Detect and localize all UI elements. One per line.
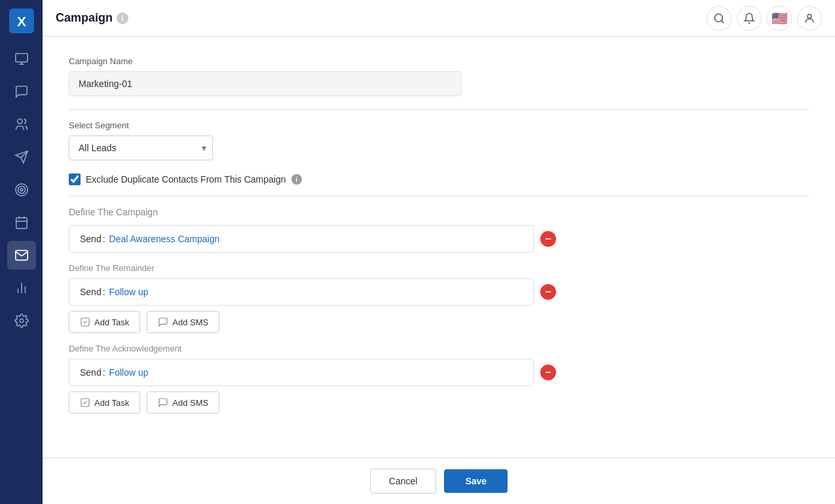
sidebar-item-marketing[interactable] — [7, 143, 36, 171]
page-title-area: Campaign i — [56, 11, 700, 25]
sidebar-item-settings[interactable] — [7, 306, 36, 335]
campaign-name-section: Campaign Name — [69, 56, 809, 96]
segment-select[interactable]: All Leads New Leads Hot Leads Cold Leads — [69, 135, 213, 160]
main-area: Campaign i 🇺🇸 Campaign Name — [43, 0, 835, 504]
remainder-link[interactable]: Follow up — [109, 287, 149, 297]
segment-select-wrapper: All Leads New Leads Hot Leads Cold Leads… — [69, 135, 213, 160]
exclude-info-icon[interactable]: i — [291, 174, 302, 185]
add-task-button-1[interactable]: Add Task — [69, 311, 140, 333]
svg-text:X: X — [17, 14, 26, 29]
remove-acknowledgement-button[interactable]: − — [540, 365, 556, 380]
campaign-name-input[interactable] — [69, 71, 462, 96]
divider-1 — [69, 109, 809, 110]
remainder-add-buttons: Add Task Add SMS — [69, 311, 809, 333]
remainder-send-row: Send : Follow up — [69, 278, 534, 306]
language-button[interactable]: 🇺🇸 — [767, 6, 792, 31]
topbar-actions: 🇺🇸 — [707, 6, 822, 31]
send-label-1: Send — [80, 234, 102, 244]
campaign-send-row: Send : Deal Awareness Campaign — [69, 225, 534, 253]
topbar: Campaign i 🇺🇸 — [43, 0, 835, 37]
add-sms-button-1[interactable]: Add SMS — [147, 311, 219, 333]
svg-rect-2 — [15, 54, 27, 62]
campaign-link[interactable]: Deal Awareness Campaign — [109, 234, 220, 244]
remainder-send-row-wrapper: Send : Follow up − — [69, 278, 809, 306]
footer: Cancel Save — [43, 458, 835, 504]
svg-rect-7 — [16, 218, 27, 229]
svg-point-10 — [807, 14, 811, 18]
send-colon-2: : — [103, 287, 105, 297]
campaign-name-label: Campaign Name — [69, 56, 809, 66]
send-label-3: Send — [80, 367, 102, 378]
sidebar-item-reports[interactable] — [7, 274, 36, 302]
svg-point-5 — [18, 187, 25, 194]
app-logo[interactable]: X — [7, 7, 36, 35]
define-remainder-title: Define The Remainder — [69, 263, 809, 273]
cancel-button[interactable]: Cancel — [370, 469, 437, 494]
define-acknowledgement-title: Define The Acknowledgement — [69, 344, 809, 353]
define-campaign-title: Define The Campaign — [69, 207, 809, 217]
title-info-icon[interactable]: i — [117, 12, 128, 24]
exclude-duplicate-checkbox[interactable] — [69, 173, 81, 185]
define-remainder-section: Define The Remainder Send : Follow up − … — [69, 263, 809, 333]
sidebar-item-desktop[interactable] — [7, 45, 36, 73]
acknowledgement-link[interactable]: Follow up — [109, 367, 149, 378]
add-sms-button-2[interactable]: Add SMS — [147, 391, 219, 414]
task-icon-1 — [80, 317, 90, 327]
sidebar-item-calendar[interactable] — [7, 208, 36, 237]
add-task-button-2[interactable]: Add Task — [69, 391, 140, 414]
content-area: Campaign Name Select Segment All Leads N… — [43, 37, 835, 458]
sidebar-item-chat[interactable] — [7, 77, 36, 106]
svg-point-3 — [17, 119, 22, 124]
exclude-duplicate-label[interactable]: Exclude Duplicate Contacts From This Cam… — [86, 174, 286, 185]
acknowledgement-send-row-wrapper: Send : Follow up − — [69, 359, 809, 386]
remove-remainder-button[interactable]: − — [540, 284, 556, 300]
sms-icon-2 — [158, 397, 168, 408]
notification-button[interactable] — [737, 6, 762, 31]
sidebar-item-email[interactable] — [7, 241, 36, 270]
select-segment-label: Select Segment — [69, 120, 809, 130]
define-acknowledgement-section: Define The Acknowledgement Send : Follow… — [69, 344, 809, 414]
select-segment-section: Select Segment All Leads New Leads Hot L… — [69, 120, 809, 160]
send-label-2: Send — [80, 287, 102, 297]
svg-point-6 — [20, 189, 23, 191]
divider-2 — [69, 196, 809, 196]
campaign-send-row-wrapper: Send : Deal Awareness Campaign − — [69, 225, 809, 253]
acknowledgement-send-row: Send : Follow up — [69, 359, 534, 386]
exclude-duplicate-row: Exclude Duplicate Contacts From This Cam… — [69, 173, 809, 185]
user-menu-button[interactable] — [797, 6, 822, 31]
remove-campaign-button[interactable]: − — [540, 231, 556, 247]
sidebar-item-contacts[interactable] — [7, 110, 36, 139]
send-colon-1: : — [103, 234, 105, 244]
sidebar: X — [0, 0, 43, 504]
task-icon-2 — [80, 397, 90, 408]
search-button[interactable] — [707, 6, 732, 31]
sidebar-item-goals[interactable] — [7, 175, 36, 204]
svg-point-8 — [20, 319, 24, 323]
acknowledgement-add-buttons: Add Task Add SMS — [69, 391, 809, 414]
sms-icon-1 — [158, 317, 168, 327]
svg-point-4 — [15, 184, 27, 196]
define-campaign-section: Define The Campaign Send : Deal Awarenes… — [69, 207, 809, 414]
page-title: Campaign — [56, 11, 113, 25]
send-colon-3: : — [103, 367, 105, 378]
save-button[interactable]: Save — [444, 469, 508, 493]
